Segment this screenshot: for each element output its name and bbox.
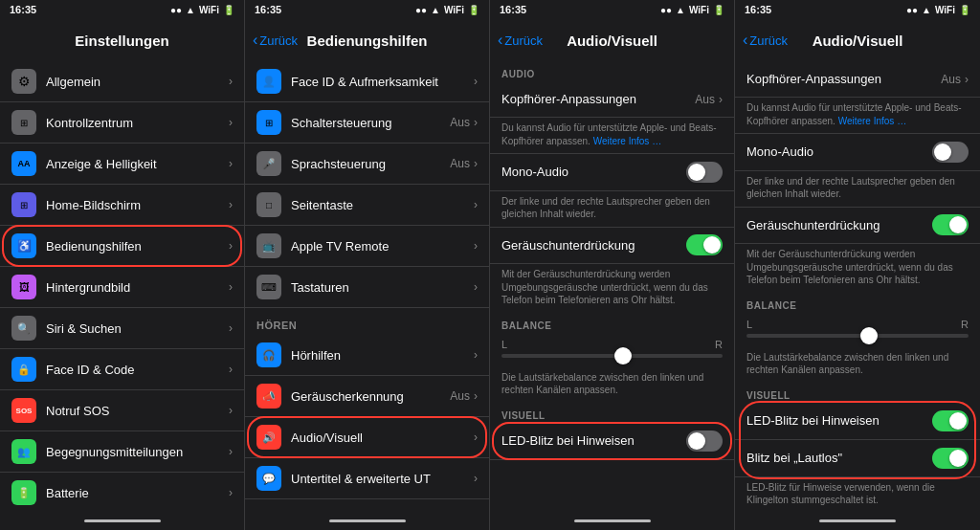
back-button-2[interactable]: ‹ Zurück (253, 33, 298, 48)
display-icon: AA (11, 151, 36, 176)
list-item[interactable]: 🔒 Face ID & Code › (0, 349, 244, 390)
audio-visuell-item[interactable]: 🔊 Audio/Visuell › (245, 417, 489, 458)
balance-right-2: R (961, 319, 969, 330)
chevron-icon: › (229, 486, 233, 499)
list-item[interactable]: SOS Notruf SOS › (0, 390, 244, 431)
balance-desc: Die Lautstärkebalance zwischen den linke… (490, 367, 734, 403)
list-item[interactable]: 💬 Untertitel & erweiterte UT › (245, 458, 489, 499)
balance-desc-2: Die Lautstärkebalance zwischen den linke… (735, 347, 980, 383)
nav-title-2: Bedienungshilfen (307, 33, 428, 49)
blitz-lautlos-item[interactable]: Blitz bei „Lautlos" (735, 440, 980, 477)
list-item[interactable]: ⌨ Tastaturen › (245, 267, 489, 308)
visuell-section-label-2: VISUELL (735, 383, 980, 403)
lautlos-desc: LED-Blitz für Hinweise verwenden, wenn d… (735, 477, 980, 512)
list-item[interactable]: ⊞ Kontrollzentrum › (0, 102, 244, 144)
mono-toggle-2[interactable] (932, 142, 969, 163)
list-item[interactable]: 📣 Geräuscherkennung Aus › (245, 376, 489, 417)
audio-icon: 🔊 (256, 425, 281, 450)
noise-toggle[interactable] (686, 234, 723, 255)
home-indicator (819, 519, 896, 522)
led-toggle-2[interactable] (932, 410, 969, 431)
slider-thumb[interactable] (614, 347, 632, 364)
nav-title-1: Einstellungen (75, 33, 168, 49)
noise-toggle-2[interactable] (932, 214, 969, 235)
back-label-3: Zurück (504, 33, 543, 48)
noise-cancel-item-2[interactable]: Geräuschunterdrückung (735, 207, 980, 244)
nav-title-4: Audio/Visuell (813, 33, 903, 49)
list-item[interactable]: 🖼 Hintergrundbild › (0, 267, 244, 308)
back-button-4[interactable]: ‹ Zurück (743, 33, 788, 48)
led-blitz-item-2[interactable]: LED-Blitz bei Hinweisen (735, 403, 980, 440)
lautlos-toggle[interactable] (932, 448, 969, 469)
kopfhoerer-item[interactable]: Kopfhörer-Anpassungen Aus › (490, 81, 734, 118)
list-item[interactable]: ⊞ Home-Bildschirm › (0, 185, 244, 226)
chevron-icon: › (229, 445, 233, 458)
item-label: Seitentaste (291, 198, 474, 212)
back-button-3[interactable]: ‹ Zurück (498, 33, 543, 48)
siri-icon: 🔍 (11, 316, 36, 341)
back-label-2: Zurück (259, 33, 298, 48)
list-item[interactable]: □ Seitentaste › (245, 185, 489, 226)
bedienungshilfen-item[interactable]: ♿ Bedienungshilfen › (0, 226, 244, 267)
home-bar-1 (0, 511, 244, 530)
nav-title-3: Audio/Visuell (567, 33, 657, 49)
list-item[interactable]: 📺 Apple TV Remote › (245, 226, 489, 267)
item-label: Geräuschunterdrückung (501, 238, 686, 253)
item-label: Bedienungshilfen (46, 239, 229, 254)
list-item[interactable]: 👥 Begegnungsmitteilungen › (0, 431, 244, 473)
list-item[interactable]: 🔍 Siri & Suchen › (0, 308, 244, 349)
mono-toggle[interactable] (686, 162, 723, 183)
list-item[interactable]: 🔋 Batterie › (0, 473, 244, 511)
led-blitz-item[interactable]: LED-Blitz bei Hinweisen (490, 423, 734, 460)
list-item[interactable]: ⊞ Schaltersteuerung Aus › (245, 102, 489, 144)
accessibility-icon: ♿ (11, 233, 36, 258)
wallpaper-icon: 🖼 (11, 275, 36, 299)
mono-audio-item[interactable]: Mono-Audio (490, 154, 734, 191)
item-label: Kontrollzentrum (46, 116, 229, 130)
item-label: Apple TV Remote (291, 239, 474, 254)
list-item[interactable]: 👤 Face ID & Aufmerksamkeit › (245, 61, 489, 102)
status-bar-3: 16:35 ●●▲WiFi🔋 (490, 0, 734, 19)
item-value: Aus (450, 389, 470, 403)
balance-right: R (715, 339, 723, 350)
back-chevron-icon: ‹ (253, 33, 257, 48)
balance-left-2: L (746, 319, 752, 330)
item-label: Anzeige & Helligkeit (46, 157, 229, 171)
led-toggle[interactable] (686, 431, 723, 452)
balance-slider-2[interactable] (746, 334, 969, 338)
chevron-icon: › (229, 404, 233, 417)
appletv-icon: 📺 (256, 233, 281, 258)
status-bar-2: 16:35 ●●▲WiFi🔋 (245, 0, 489, 19)
voicecontrol-icon: 🎤 (256, 151, 281, 176)
subtitles-icon: 💬 (256, 466, 281, 491)
sidebutton-icon: □ (256, 192, 281, 217)
item-label: Sprachsteuerung (291, 157, 450, 171)
kopfhoerer-item-2[interactable]: Kopfhörer-Anpassungen Aus › (735, 61, 980, 98)
mono-audio-item-2[interactable]: Mono-Audio (735, 134, 980, 171)
time-4: 16:35 (745, 4, 771, 15)
list-item[interactable]: ⚙ Allgemein › (0, 61, 244, 102)
list-item[interactable]: AA Anzeige & Helligkeit › (0, 144, 244, 185)
item-label: Kopfhörer-Anpassungen (501, 92, 695, 106)
item-label: Mono-Audio (746, 144, 932, 159)
settings-list-1: ⚙ Allgemein › ⊞ Kontrollzentrum › AA Anz… (0, 61, 244, 511)
chevron-icon: › (474, 75, 478, 88)
status-bar-4: 16:35 ●●▲WiFi🔋 (735, 0, 980, 19)
noise-cancel-item[interactable]: Geräuschunterdrückung (490, 227, 734, 264)
item-value: Aus (695, 93, 715, 106)
status-icons-2: ●●▲WiFi🔋 (415, 5, 479, 15)
chevron-icon: › (474, 389, 478, 403)
item-label: Tastaturen (291, 280, 474, 295)
exposure-icon: 👥 (11, 439, 36, 464)
navbar-2: ‹ Zurück Bedienungshilfen (245, 19, 489, 61)
balance-area-2: L R (735, 313, 980, 347)
list-item[interactable]: 🎧 Hörhilfen › (245, 335, 489, 376)
list-item[interactable]: 🎤 Sprachsteuerung Aus › (245, 144, 489, 185)
balance-labels: L R (501, 339, 723, 350)
item-label: Schaltersteuerung (291, 116, 450, 130)
slider-thumb-2[interactable] (860, 327, 878, 344)
item-label: LED-Blitz bei Hinweisen (501, 433, 686, 448)
chevron-icon: › (474, 239, 478, 253)
item-label: Geräuscherkennung (291, 389, 450, 404)
balance-slider[interactable] (501, 354, 723, 358)
